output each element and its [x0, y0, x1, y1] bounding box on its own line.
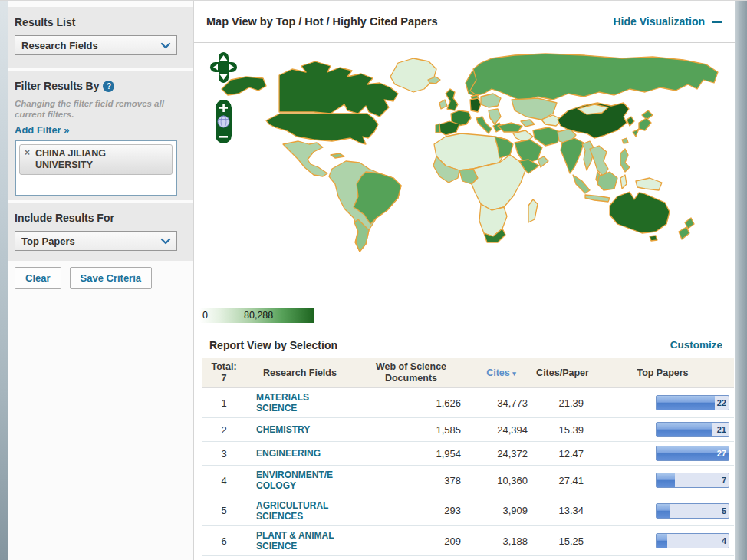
map-country-spain[interactable]	[439, 121, 459, 135]
row-cites-per-paper: 21.39	[534, 394, 591, 413]
map-country-italy[interactable]	[476, 117, 492, 133]
row-wos-documents: 209	[354, 532, 469, 551]
row-rank: 6	[202, 532, 246, 551]
row-rank: 3	[202, 444, 246, 463]
row-top-papers-cell: 4	[591, 529, 734, 552]
include-results-dropdown[interactable]: Top Papers	[15, 231, 177, 251]
map-country-korea[interactable]	[627, 117, 634, 126]
map-region-caucasus[interactable]	[521, 120, 535, 127]
map-island-java[interactable]	[585, 195, 610, 202]
row-top-papers-cell: 7	[591, 469, 734, 492]
map-country-india[interactable]	[561, 138, 584, 173]
top-papers-value: 21	[717, 423, 726, 436]
research-field-link[interactable]: CHEMISTRY	[246, 420, 338, 439]
report-view-title: Report View by Selection	[209, 339, 670, 351]
research-field-link[interactable]: MATERIALS SCIENCE	[246, 388, 338, 417]
map-country-usa[interactable]	[266, 114, 378, 144]
research-field-link[interactable]: AGRICULTURAL SCIENCES	[246, 496, 338, 525]
vertical-scrollbar[interactable]	[735, 1, 747, 560]
map-country-australia[interactable]	[610, 192, 670, 233]
map-country-russia[interactable]	[470, 54, 718, 101]
row-rank: 4	[202, 471, 246, 490]
filter-section: Filter Results By? Changing the filter f…	[8, 71, 193, 200]
filter-input-box[interactable]: × CHINA JILIANG UNIVERSITY	[15, 140, 177, 196]
top-papers-bar: 5	[656, 503, 729, 519]
world-choropleth-map[interactable]	[216, 46, 729, 301]
map-region-indochina[interactable]	[590, 146, 608, 176]
map-country-japan-main[interactable]	[639, 118, 651, 130]
map-country-japan-south[interactable]	[633, 129, 639, 137]
left-edge-strip	[0, 1, 8, 560]
map-country-mexico[interactable]	[283, 141, 327, 176]
filter-note: Changing the filter field removes all cu…	[15, 98, 179, 120]
table-row: 5 AGRICULTURAL SCIENCES 293 3,909 13.34 …	[202, 496, 734, 526]
map-island-sulawesi[interactable]	[620, 175, 627, 189]
clear-button[interactable]: Clear	[15, 267, 61, 289]
top-papers-bar-fill	[657, 504, 670, 518]
row-cites-per-paper: 12.47	[534, 444, 591, 463]
map-island-sumatra[interactable]	[573, 175, 590, 193]
column-header-cites-per-paper[interactable]: Cites/Paper	[534, 364, 591, 382]
save-criteria-button[interactable]: Save Criteria	[70, 267, 153, 289]
row-cites-per-paper: 27.41	[534, 471, 591, 490]
map-color-legend: 0 80,288	[199, 308, 314, 323]
map-country-philippines[interactable]	[620, 149, 630, 172]
map-country-turkey[interactable]	[498, 123, 522, 132]
map-view-header: Map View by Top / Hot / Highly Cited Pap…	[194, 1, 735, 43]
filter-heading: Filter Results By?	[15, 80, 187, 92]
row-cites: 10,360	[469, 471, 534, 490]
top-papers-bar: 27	[656, 446, 729, 461]
map-country-greenland[interactable]	[390, 58, 436, 92]
zoom-out-icon[interactable]	[219, 136, 228, 138]
add-filter-link[interactable]: Add Filter »	[15, 124, 70, 136]
active-filter-tag[interactable]: × CHINA JILIANG UNIVERSITY	[19, 144, 173, 175]
map-country-new-zealand-south[interactable]	[679, 227, 689, 239]
map-country-taiwan[interactable]	[622, 138, 628, 143]
row-cites: 3,909	[469, 501, 534, 520]
row-rank: 1	[202, 394, 246, 413]
map-region-balkans[interactable]	[489, 109, 501, 124]
sort-caret-icon: ▾	[512, 370, 516, 377]
row-top-papers-cell: 27	[591, 442, 734, 465]
research-field-link[interactable]: ENVIRONMENT/ECOLOGY	[246, 466, 338, 495]
row-cites: 24,394	[469, 420, 534, 440]
table-body: 1 MATERIALS SCIENCE 1,626 34,773 21.39 2…	[202, 388, 734, 560]
include-results-section: Include Results For Top Papers	[8, 203, 193, 261]
row-cites: 3,188	[469, 532, 534, 551]
results-list-dropdown[interactable]: Research Fields	[15, 35, 177, 55]
sidebar-actions: Clear Save Criteria	[15, 267, 152, 289]
map-country-germany[interactable]	[470, 98, 481, 112]
map-country-uk[interactable]	[446, 89, 458, 110]
map-country-madagascar[interactable]	[528, 199, 538, 222]
map-island-new-guinea[interactable]	[636, 178, 662, 190]
map-zoom-control[interactable]	[216, 100, 232, 143]
map-country-cuba[interactable]	[331, 153, 344, 158]
remove-filter-icon[interactable]: ×	[25, 148, 30, 158]
column-header-wos-documents[interactable]: Web of Science Documents	[354, 358, 469, 387]
map-pan-control[interactable]	[210, 52, 237, 83]
hide-visualization-link[interactable]: Hide Visualization	[613, 15, 722, 28]
column-header-cites-sorted[interactable]: Cites ▾	[469, 364, 534, 382]
help-icon[interactable]: ?	[103, 81, 114, 92]
map-country-ireland[interactable]	[439, 100, 447, 109]
map-country-iran[interactable]	[533, 127, 561, 146]
column-header-research-fields[interactable]: Research Fields	[246, 364, 354, 382]
map-island-borneo[interactable]	[597, 172, 617, 190]
sidebar: Results List Research Fields Filter Resu…	[8, 1, 193, 560]
table-header-row: Total: 7 Research Fields Web of Science …	[202, 358, 734, 388]
top-papers-bar-fill	[657, 473, 675, 487]
table-row: 4 ENVIRONMENT/ECOLOGY 378 10,360 27.41 7	[202, 466, 734, 496]
map-region-east-europe[interactable]	[481, 94, 501, 107]
column-header-top-papers[interactable]: Top Papers	[591, 364, 734, 382]
map-country-canada[interactable]	[279, 61, 398, 117]
map-island-tasmania[interactable]	[650, 236, 657, 241]
row-wos-documents: 378	[354, 471, 469, 490]
top-papers-value: 7	[722, 473, 726, 487]
chevron-down-icon	[155, 232, 176, 250]
research-field-link[interactable]: ENGINEERING	[246, 444, 338, 463]
research-field-link[interactable]: PLANT & ANIMAL SCIENCE	[246, 526, 338, 555]
customize-link[interactable]: Customize	[670, 339, 722, 351]
top-papers-bar: 22	[656, 395, 729, 410]
row-top-papers-cell: 105	[591, 556, 734, 560]
row-wos-documents: 1,954	[354, 444, 469, 463]
